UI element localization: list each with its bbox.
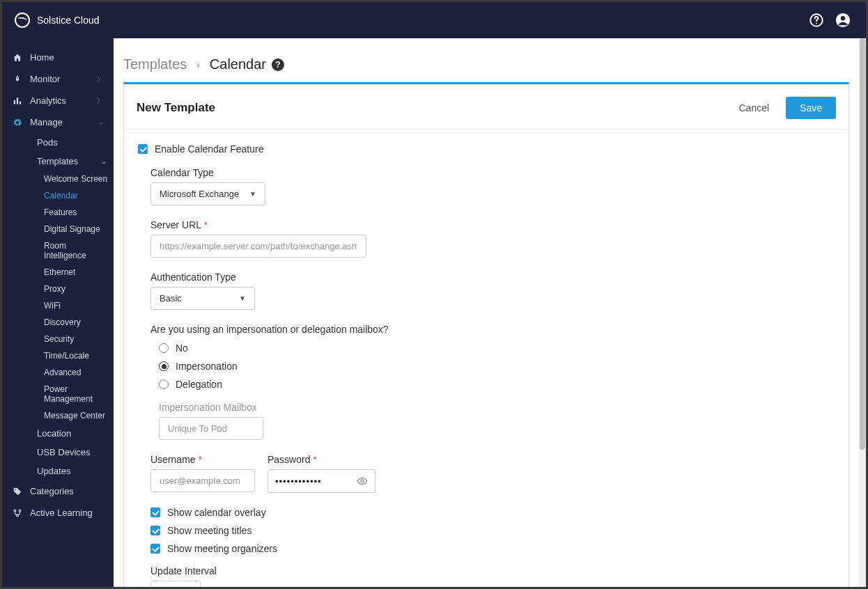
username-input[interactable] (150, 469, 255, 492)
auth-type-select[interactable]: Basic ▼ (150, 287, 255, 310)
sidebar-item-active-learning[interactable]: Active Learning (2, 502, 114, 524)
caret-down-icon: ▼ (239, 294, 246, 302)
sidebar-label: Active Learning (30, 508, 104, 518)
sidebar-item-location[interactable]: Location (30, 424, 114, 443)
password-input[interactable] (268, 469, 375, 493)
calendar-type-value: Microsoft Exchange (160, 189, 239, 199)
mailbox-radio-no-label: No (176, 343, 188, 354)
sidebar-item-categories[interactable]: Categories (2, 480, 114, 502)
impersonation-mailbox-label: Impersonation Mailbox (159, 402, 828, 413)
sidebar-label: Updates (37, 466, 70, 476)
sidebar-template-wifi[interactable]: WiFi (38, 297, 114, 314)
password-field[interactable] (275, 476, 357, 487)
sidebar-label: Templates (37, 156, 78, 166)
mailbox-question-label: Are you using an impersonation or delega… (150, 324, 828, 335)
show-overlay-checkbox[interactable] (150, 508, 160, 517)
update-interval-label: Update Interval (150, 565, 828, 576)
sidebar-item-home[interactable]: Home (2, 47, 114, 68)
mailbox-radio-delegation[interactable] (159, 379, 169, 389)
breadcrumb-current: Calendar ? (210, 56, 284, 72)
svg-point-10 (19, 510, 21, 512)
server-url-label: Server URL * (150, 219, 828, 230)
user-account-icon[interactable] (832, 10, 853, 31)
sidebar-template-proxy[interactable]: Proxy (38, 281, 114, 297)
sidebar-label: USB Devices (37, 447, 91, 457)
sidebar-template-power-management[interactable]: Power Management (38, 381, 114, 407)
sidebar-template-digital-signage[interactable]: Digital Signage (38, 221, 114, 237)
svg-rect-5 (14, 100, 15, 104)
svg-rect-7 (20, 101, 21, 104)
sidebar-item-manage[interactable]: Manage ⌄ (2, 111, 114, 133)
help-icon[interactable]: ? (272, 58, 284, 71)
scrollbar[interactable] (859, 38, 866, 587)
branch-icon (12, 508, 23, 518)
sidebar: Home Monitor 〉 Analytics 〉 Manage ⌄ Pods… (2, 38, 114, 587)
sidebar-item-monitor[interactable]: Monitor 〉 (2, 68, 114, 90)
sidebar-template-room-intelligence[interactable]: Room Intelligence (38, 237, 114, 264)
show-organizers-checkbox[interactable] (150, 544, 160, 553)
svg-point-4 (17, 77, 18, 78)
breadcrumb-current-label: Calendar (210, 56, 266, 72)
enable-calendar-label: Enable Calendar Feature (155, 143, 263, 155)
tag-icon (12, 487, 23, 496)
svg-point-1 (816, 23, 817, 24)
show-titles-label: Show meeting titles (167, 525, 251, 536)
sidebar-template-ethernet[interactable]: Ethernet (38, 264, 114, 281)
sidebar-label: Analytics (30, 95, 90, 106)
sidebar-item-usb[interactable]: USB Devices (30, 443, 114, 462)
caret-down-icon: ▼ (249, 190, 256, 198)
sidebar-template-security[interactable]: Security (38, 331, 114, 347)
template-card: New Template Cancel Save Enable Calendar… (123, 82, 849, 587)
mailbox-radio-no[interactable] (159, 343, 169, 353)
sidebar-template-discovery[interactable]: Discovery (38, 314, 114, 331)
auth-type-label: Authentication Type (150, 272, 828, 283)
calendar-type-select[interactable]: Microsoft Exchange ▼ (150, 182, 265, 205)
show-password-icon[interactable] (357, 476, 368, 487)
save-button[interactable]: Save (786, 97, 836, 119)
page-title: New Template (137, 101, 215, 115)
form: Enable Calendar Feature Calendar Type Mi… (124, 129, 848, 587)
rocket-icon (12, 74, 23, 84)
impersonation-mailbox-input[interactable] (159, 417, 263, 440)
scrollbar-thumb[interactable] (860, 38, 865, 450)
mailbox-radio-del-label: Delegation (176, 379, 222, 390)
sidebar-template-features[interactable]: Features (38, 204, 114, 221)
enable-calendar-checkbox[interactable] (138, 144, 148, 154)
svg-point-3 (841, 16, 845, 20)
sidebar-template-welcome-screen[interactable]: Welcome Screen (38, 171, 114, 187)
show-overlay-label: Show calendar overlay (167, 507, 266, 518)
sidebar-label: Categories (30, 486, 104, 496)
impersonation-mailbox-field[interactable] (168, 423, 254, 434)
sidebar-item-analytics[interactable]: Analytics 〉 (2, 90, 114, 111)
username-field[interactable] (160, 476, 246, 486)
svg-rect-6 (17, 97, 18, 104)
sidebar-label: Home (30, 52, 104, 63)
chevron-right-icon: 〉 (97, 96, 104, 106)
update-interval-value: 2m (158, 586, 171, 587)
help-icon[interactable] (806, 10, 827, 31)
sidebar-template-advanced[interactable]: Advanced (38, 364, 114, 381)
svg-point-12 (361, 480, 364, 482)
cancel-button[interactable]: Cancel (729, 97, 779, 119)
server-url-field[interactable] (160, 241, 357, 251)
chevron-right-icon: › (196, 59, 200, 70)
sidebar-item-pods[interactable]: Pods (30, 133, 114, 152)
breadcrumb-templates[interactable]: Templates (123, 56, 187, 72)
sidebar-label: Location (37, 428, 71, 439)
chevron-right-icon: 〉 (97, 74, 104, 84)
brand-logo-icon (15, 13, 30, 28)
chevron-down-icon: ⌄ (98, 118, 104, 126)
auth-type-value: Basic (160, 293, 182, 304)
sidebar-template-message-center[interactable]: Message Center (38, 407, 114, 424)
sidebar-item-updates[interactable]: Updates (30, 462, 114, 480)
svg-point-8 (15, 489, 16, 490)
update-interval-select[interactable]: 2m ▼ (150, 581, 201, 587)
server-url-input[interactable] (150, 235, 366, 258)
home-icon (12, 53, 23, 63)
sidebar-template-calendar[interactable]: Calendar (38, 187, 114, 204)
mailbox-radio-impersonation[interactable] (159, 361, 169, 371)
sidebar-template-time-locale[interactable]: Time/Locale (38, 347, 114, 364)
sidebar-item-templates[interactable]: Templates⌄ (30, 152, 114, 171)
show-titles-checkbox[interactable] (150, 526, 160, 535)
password-label: Password * (268, 454, 375, 465)
